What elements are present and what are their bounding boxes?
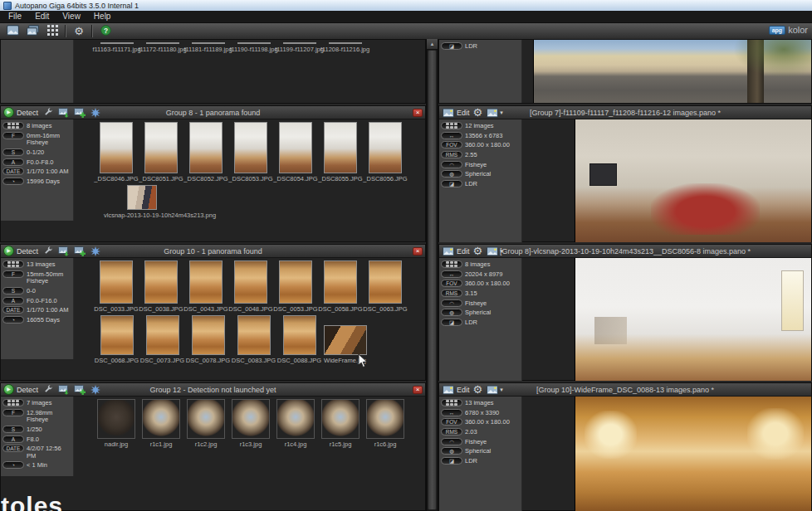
vertical-scrollbar[interactable]: ▲ bbox=[426, 39, 438, 511]
image-thumbnail[interactable] bbox=[324, 122, 357, 173]
image-thumbnail[interactable] bbox=[369, 260, 402, 304]
image-thumbnail[interactable] bbox=[369, 122, 402, 173]
image-thumbnail[interactable] bbox=[189, 260, 223, 304]
wrench-icon[interactable] bbox=[42, 246, 54, 256]
image-thumbnail[interactable] bbox=[324, 260, 357, 304]
export-images-icon[interactable] bbox=[57, 385, 70, 395]
add-images-icon[interactable] bbox=[73, 246, 86, 256]
detect-button[interactable]: ▶Detect bbox=[3, 246, 38, 256]
image-thumbnail[interactable] bbox=[329, 42, 362, 44]
gear-icon[interactable]: ⚙ bbox=[473, 384, 483, 395]
close-group-button[interactable]: × bbox=[413, 109, 423, 117]
menu-item-file[interactable]: File bbox=[2, 11, 28, 22]
image-thumbnail[interactable] bbox=[144, 260, 178, 304]
thumbnail-caption: f11181-f11189.jpg bbox=[183, 46, 232, 53]
export-pano-icon[interactable] bbox=[486, 246, 498, 256]
image-thumbnail[interactable] bbox=[232, 399, 270, 439]
edit-button[interactable]: Edit bbox=[442, 108, 470, 118]
settings-button[interactable]: ⚙ bbox=[69, 24, 89, 38]
menu-item-help[interactable]: Help bbox=[87, 11, 118, 22]
info-value: Spherical bbox=[465, 447, 491, 455]
image-thumbnail[interactable] bbox=[100, 122, 133, 173]
image-thumbnail[interactable] bbox=[234, 260, 267, 304]
image-thumbnail[interactable] bbox=[192, 42, 225, 44]
grid-icon bbox=[46, 25, 59, 38]
edit-button[interactable]: Edit bbox=[442, 385, 470, 395]
scrollbar-thumb[interactable] bbox=[428, 50, 437, 510]
thumbnail-caption: DSC_0033.JPG bbox=[94, 305, 138, 313]
gear-icon[interactable]: ⚙ bbox=[473, 107, 483, 118]
image-thumbnail[interactable] bbox=[283, 42, 316, 44]
image-thumbnail[interactable] bbox=[189, 122, 223, 173]
panorama-preview[interactable] bbox=[575, 119, 811, 242]
image-thumbnail[interactable] bbox=[97, 399, 135, 439]
image-thumbnail[interactable] bbox=[144, 122, 178, 173]
export-pano-icon[interactable] bbox=[486, 385, 498, 395]
export-images-icon[interactable] bbox=[57, 108, 70, 118]
image-thumbnail[interactable] bbox=[142, 399, 180, 439]
image-thumbnail[interactable] bbox=[192, 315, 225, 355]
edit-button[interactable]: Edit bbox=[442, 246, 470, 256]
thumbnail-cell: r1c2.jpg bbox=[183, 399, 228, 448]
panorama-preview[interactable] bbox=[575, 258, 811, 381]
thumbnail-caption: r1c6.jpg bbox=[374, 440, 397, 448]
new-project-button[interactable] bbox=[2, 24, 22, 38]
export-images-icon[interactable] bbox=[57, 246, 70, 256]
panorama-preview[interactable] bbox=[575, 397, 811, 511]
image-thumbnail[interactable] bbox=[100, 260, 133, 304]
group-settings-icon[interactable] bbox=[89, 246, 101, 256]
close-group-button[interactable]: × bbox=[413, 386, 423, 394]
thumbnail-caption: _DSC8055.JPG bbox=[318, 175, 362, 182]
wrench-icon[interactable] bbox=[42, 108, 54, 118]
size-chip: ↔ bbox=[441, 132, 462, 139]
image-thumbnail[interactable] bbox=[100, 315, 134, 355]
image-thumbnail[interactable] bbox=[234, 122, 267, 173]
export-pano-icon[interactable] bbox=[486, 108, 498, 118]
add-images-icon[interactable] bbox=[73, 108, 86, 118]
info-row: RMS2.55 bbox=[441, 151, 520, 159]
image-thumbnail[interactable] bbox=[237, 42, 271, 44]
panoramas-column: ◪LDREdit⚙▾[Group 7]-f11109-f11117_f11208… bbox=[438, 39, 812, 511]
batch-detect-button[interactable] bbox=[42, 24, 62, 38]
image-thumbnail[interactable] bbox=[276, 399, 315, 439]
image-thumbnail[interactable] bbox=[146, 42, 179, 44]
dropdown-arrow-icon[interactable]: ▾ bbox=[500, 248, 503, 255]
images-chip bbox=[441, 122, 462, 129]
help-button[interactable]: ? bbox=[95, 24, 115, 38]
wrench-icon[interactable] bbox=[42, 385, 54, 395]
image-thumbnail[interactable] bbox=[279, 122, 312, 173]
image-thumbnail[interactable] bbox=[237, 315, 271, 355]
proj-chip: ◍ bbox=[441, 309, 462, 316]
menu-item-view[interactable]: View bbox=[56, 11, 87, 22]
pano-info-sidebar: 8 images↔20204 x 8979FOV360.00 x 180.00R… bbox=[439, 258, 522, 381]
menu-item-edit[interactable]: Edit bbox=[28, 11, 56, 22]
gear-icon[interactable]: ⚙ bbox=[473, 246, 483, 256]
image-thumbnail[interactable] bbox=[366, 399, 404, 439]
group-settings-icon[interactable] bbox=[89, 108, 101, 118]
panorama-preview[interactable] bbox=[533, 40, 811, 103]
image-thumbnail[interactable] bbox=[187, 399, 225, 439]
dropdown-arrow-icon[interactable]: ▾ bbox=[500, 387, 503, 393]
image-thumbnail[interactable] bbox=[283, 315, 316, 355]
image-thumbnail[interactable] bbox=[100, 42, 134, 44]
detect-button[interactable]: ▶Detect bbox=[3, 107, 38, 118]
image-thumbnail[interactable] bbox=[279, 260, 312, 304]
detect-button[interactable]: ▶Detect bbox=[3, 384, 38, 395]
add-images-icon[interactable] bbox=[73, 385, 86, 395]
image-thumbnail[interactable] bbox=[146, 315, 179, 355]
group-settings-icon[interactable] bbox=[89, 385, 101, 395]
thumbnail-cell: f11163-f11171.jpg bbox=[94, 42, 139, 53]
close-group-button[interactable]: × bbox=[413, 247, 423, 256]
image-thumbnail[interactable] bbox=[321, 399, 360, 439]
title-bar[interactable]: Autopano Giga 64bits 3.5.0 Internal 1 bbox=[0, 0, 812, 11]
open-images-button[interactable] bbox=[22, 24, 42, 38]
image-thumbnail[interactable] bbox=[324, 325, 367, 355]
thumbnail-cell: nadir.jpg bbox=[94, 399, 139, 448]
image-thumbnail[interactable] bbox=[127, 185, 157, 210]
thumbnail-caption: f11199-f11207.jpg bbox=[275, 46, 324, 53]
ldr-chip: ◪ bbox=[441, 319, 462, 326]
dropdown-arrow-icon[interactable]: ▾ bbox=[500, 110, 503, 116]
info-value: 0mm-16mm Fisheye bbox=[27, 132, 71, 147]
scroll-up-button[interactable]: ▲ bbox=[427, 39, 438, 50]
A-chip: A bbox=[2, 436, 24, 443]
